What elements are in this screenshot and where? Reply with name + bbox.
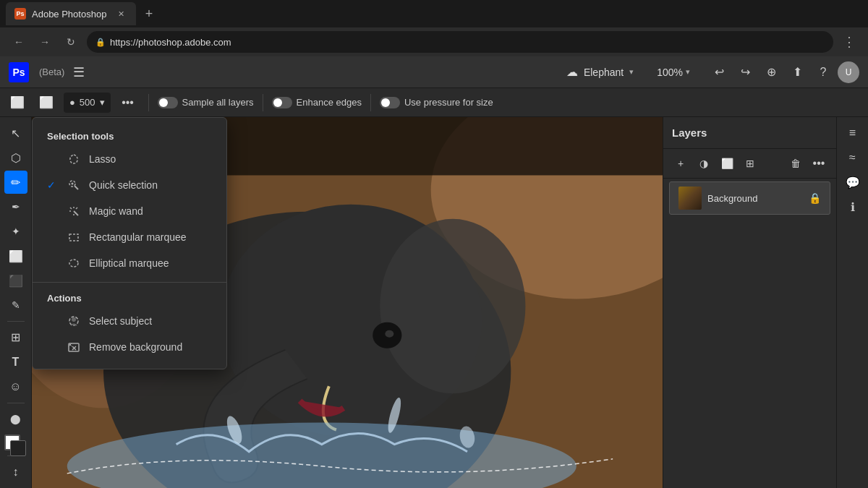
comments-panel-toggle[interactable]: 💬 (841, 171, 864, 194)
toolbar-separator (148, 94, 149, 111)
quick-selection-menu-item[interactable]: ✓ Quick selection (33, 172, 226, 198)
pen-tool-button[interactable]: ✒ (4, 195, 27, 218)
adjustments-panel-toggle[interactable]: ≈ (841, 146, 864, 169)
zoom-pan-tool-button[interactable]: ↕ (4, 461, 27, 484)
artboard-button[interactable]: ⊞ (740, 153, 760, 174)
forward-button[interactable]: → (35, 32, 55, 52)
hamburger-menu-button[interactable]: ☰ (73, 64, 85, 80)
svg-point-15 (72, 183, 74, 185)
svg-rect-22 (69, 234, 78, 241)
color-swatch-area (4, 435, 27, 448)
brush-size-control[interactable]: ● 500 ▾ (64, 93, 111, 113)
browser-more-button[interactable]: ⋮ (839, 32, 859, 52)
magic-wand-menu-item[interactable]: Magic wand (33, 198, 226, 224)
new-tab-button[interactable]: + (139, 4, 159, 24)
move-selection-tool-button[interactable]: ↖ (4, 121, 27, 145)
redo-button[interactable]: ↪ (733, 61, 757, 84)
add-layer-button[interactable]: + (671, 153, 691, 174)
rect-marquee-icon (66, 229, 82, 245)
enhance-edges-toggle[interactable]: Enhance edges (272, 97, 362, 108)
liquify-tool-button[interactable]: ☺ (4, 375, 27, 398)
header-actions: ↩ ↪ ⊕ ⬆ ? U (707, 61, 859, 84)
lasso-icon (66, 151, 82, 167)
help-button[interactable]: ? (812, 61, 835, 84)
ellip-marquee-menu-item[interactable]: Elliptical marquee (33, 250, 226, 276)
brush-size-value: 500 (80, 97, 95, 108)
lasso-tool-button[interactable]: ⬡ (4, 146, 27, 169)
layer-mask-button[interactable]: ⬜ (717, 153, 737, 174)
cloud-icon: ☁ (566, 65, 578, 79)
text-tool-button[interactable]: T (4, 351, 27, 374)
background-color-swatch[interactable] (10, 440, 26, 456)
remove-background-label: Remove background (89, 341, 182, 353)
zoom-control[interactable]: 100% ▾ (657, 67, 690, 78)
eraser-tool-button[interactable]: ⬜ (4, 244, 27, 267)
pressure-label: Use pressure for size (404, 97, 493, 108)
delete-layer-button[interactable]: 🗑 (786, 153, 806, 174)
background-layer-item[interactable]: Background 🔒 (669, 181, 830, 215)
selection-tools-dropdown: Selection tools Lasso ✓ (32, 117, 227, 369)
address-bar[interactable]: 🔒 https://photoshop.adobe.com (87, 31, 833, 53)
pressure-toggle-switch[interactable] (380, 97, 400, 108)
browser-tab-bar: Ps Adobe Photoshop ✕ + (0, 0, 868, 27)
ps-main-area: ↖ ⬡ ✏ ✒ ✦ ⬜ ⬛ ✎ ⊞ T ☺ ⬤ ↕ (0, 117, 868, 488)
zoom-chevron[interactable]: ▾ (686, 67, 690, 77)
menu-divider (33, 282, 226, 283)
enhance-edges-toggle-switch[interactable] (272, 97, 292, 108)
url-text: https://photoshop.adobe.com (110, 37, 231, 48)
select-subject-menu-item[interactable]: Select subject (33, 308, 226, 334)
brush-circle-icon: ● (69, 97, 75, 108)
selection-mode-subtract-button[interactable]: ⬜ (35, 91, 58, 114)
sample-all-layers-toggle[interactable]: Sample all layers (158, 97, 254, 108)
share-button[interactable]: ⬆ (786, 61, 809, 84)
svg-line-20 (70, 207, 72, 209)
photoshop-app: Ps (Beta) ☰ ☁ Elephant ▾ 100% ▾ ↩ ↪ ⊕ ⬆ … (0, 56, 868, 488)
document-name[interactable]: Elephant (584, 67, 624, 78)
top-toolbar: ⬜ ⬜ ● 500 ▾ ••• Sample all layers Enhanc… (0, 88, 868, 117)
tool-separator-2 (7, 403, 25, 403)
tab-title: Adobe Photoshop (32, 9, 106, 20)
discover-button[interactable]: ⊕ (760, 61, 783, 84)
layer-thumbnail-inner (678, 187, 702, 210)
ps-header: Ps (Beta) ☰ ☁ Elephant ▾ 100% ▾ ↩ ↪ ⊕ ⬆ … (0, 56, 868, 88)
brush-tool-button[interactable]: ✎ (4, 294, 27, 317)
lock-icon: 🔒 (95, 38, 106, 47)
crop-tool-button[interactable]: ⊞ (4, 326, 27, 349)
layers-panel-toggle[interactable]: ≡ (841, 121, 864, 145)
selection-mode-add-button[interactable]: ⬜ (6, 91, 29, 114)
eyedropper-tool-button[interactable]: ⬤ (4, 407, 27, 430)
layers-more-button[interactable]: ••• (809, 153, 829, 174)
layer-style-button[interactable]: ◑ (694, 153, 714, 174)
rect-marquee-menu-item[interactable]: Rectangular marquee (33, 224, 226, 250)
back-button[interactable]: ← (9, 32, 29, 52)
canvas-area[interactable]: Selection tools Lasso ✓ (32, 117, 663, 488)
sample-all-toggle-switch[interactable] (158, 97, 178, 108)
use-pressure-toggle[interactable]: Use pressure for size (380, 97, 493, 108)
lasso-menu-item[interactable]: Lasso (33, 146, 226, 172)
svg-point-25 (72, 317, 76, 322)
undo-button[interactable]: ↩ (707, 61, 731, 84)
tab-close-button[interactable]: ✕ (114, 7, 127, 20)
svg-line-21 (76, 207, 77, 209)
tool-separator-1 (7, 321, 25, 322)
refresh-button[interactable]: ↻ (61, 32, 81, 52)
rect-marquee-label: Rectangular marquee (89, 231, 187, 243)
left-tool-panel: ↖ ⬡ ✏ ✒ ✦ ⬜ ⬛ ✎ ⊞ T ☺ ⬤ ↕ (0, 117, 32, 488)
paint-bucket-tool-button[interactable]: ⬛ (4, 269, 27, 292)
remove-background-menu-item[interactable]: Remove background (33, 334, 226, 360)
info-panel-toggle[interactable]: ℹ (841, 195, 864, 218)
dropdown-section-title: Selection tools (33, 127, 226, 146)
toolbar-separator-3 (370, 94, 371, 111)
svg-point-8 (385, 330, 393, 338)
ps-tab-icon: Ps (14, 8, 26, 20)
browser-tab[interactable]: Ps Adobe Photoshop ✕ (6, 2, 136, 25)
svg-point-6 (380, 219, 525, 393)
layers-panel-title: Layers (672, 127, 827, 139)
quick-selection-check: ✓ (47, 179, 59, 191)
user-avatar[interactable]: U (838, 61, 859, 83)
doc-name-chevron[interactable]: ▾ (629, 67, 634, 77)
quick-selection-tool-button[interactable]: ✏ (4, 171, 27, 194)
ellip-marquee-icon (66, 255, 82, 271)
more-options-button[interactable]: ••• (116, 91, 140, 114)
healing-brush-tool-button[interactable]: ✦ (4, 220, 27, 243)
